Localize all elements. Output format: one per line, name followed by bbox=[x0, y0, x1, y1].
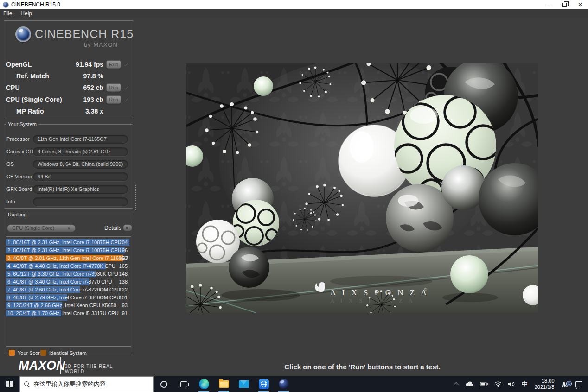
rank-score: 101 bbox=[119, 295, 128, 300]
result-value: 97.8 % bbox=[32, 72, 103, 80]
task-view-button[interactable] bbox=[174, 376, 194, 392]
tray-expand-button[interactable] bbox=[452, 376, 462, 392]
watermark-reflection: A I X S P O N Z A bbox=[330, 297, 415, 304]
maxon-tray-button[interactable]: M 1 bbox=[558, 380, 573, 388]
system-row-cores: Cores x GHz 4 Cores, 8 Threads @ 2.81 GH… bbox=[4, 147, 133, 157]
your-system-legend: Your System bbox=[6, 121, 38, 127]
rank-label: 2. 8C/16T @ 2.31 GHz, Intel Core i7-1087… bbox=[7, 247, 121, 253]
restore-button[interactable] bbox=[556, 0, 572, 9]
result-value: 91.94 fps bbox=[32, 61, 103, 68]
rank-row-3-your-score[interactable]: 3. 4C/8T @ 2.81 GHz, 11th Gen Intel Core… bbox=[6, 255, 129, 261]
window-title: CINEBENCH R15.0 bbox=[11, 1, 60, 8]
edge-icon bbox=[199, 379, 209, 389]
rank-label: 10. 2C/4T @ 1.70 GHz, Intel Core i5-3317… bbox=[7, 310, 119, 316]
volume-icon bbox=[508, 381, 515, 387]
action-center-icon bbox=[575, 381, 582, 387]
search-placeholder: 在这里输入你要搜索的内容 bbox=[33, 380, 106, 388]
cpu-single-checkmark-icon[interactable]: ✔ bbox=[124, 96, 128, 103]
ranking-filter-dropdown[interactable]: CPU (Single Core) ▼ bbox=[7, 224, 76, 232]
rank-label: 1. 8C/16T @ 2.31 GHz, Intel Core i7-1087… bbox=[7, 240, 121, 245]
app-icon bbox=[3, 2, 9, 8]
gfx-board-field: Intel(R) Iris(R) Xe Graphics bbox=[33, 185, 128, 194]
start-button[interactable] bbox=[0, 376, 19, 392]
wifi-tray-button[interactable] bbox=[491, 376, 505, 392]
rank-row-1[interactable]: 1. 8C/16T @ 2.31 GHz, Intel Core i7-1087… bbox=[6, 239, 129, 246]
cinebench-taskbar-button[interactable] bbox=[274, 376, 294, 392]
rank-row-6[interactable]: 6. 4C/8T @ 3.40 GHz, Intel Core i7-3770 … bbox=[6, 278, 129, 285]
menu-help[interactable]: Help bbox=[20, 10, 32, 17]
taskbar: 在这里输入你要搜索的内容 中 bbox=[0, 376, 588, 392]
file-explorer-icon bbox=[219, 380, 229, 388]
volume-tray-button[interactable] bbox=[505, 376, 518, 392]
run-cpu-button[interactable]: Run bbox=[106, 83, 121, 92]
rank-label: 8. 4C/8T @ 2.79 GHz, Intel Core i7-3840Q… bbox=[7, 295, 120, 300]
field-label: OS bbox=[6, 161, 14, 167]
windows-logo-icon bbox=[6, 381, 13, 387]
browser-taskbar-button[interactable] bbox=[254, 376, 274, 392]
rank-score: 91 bbox=[122, 310, 128, 316]
info-field bbox=[33, 197, 128, 206]
restore-icon bbox=[562, 3, 567, 7]
menu-file[interactable]: File bbox=[3, 10, 12, 17]
mail-taskbar-button[interactable] bbox=[234, 376, 254, 392]
cinebench-logo-subtitle: by MAXON bbox=[84, 41, 118, 48]
rank-label: 3. 4C/8T @ 2.81 GHz, 11th Gen Intel Core… bbox=[7, 255, 128, 261]
cortana-button[interactable] bbox=[154, 376, 174, 392]
rank-score: 93 bbox=[122, 303, 128, 308]
details-button[interactable]: ▶ bbox=[123, 224, 132, 231]
render-viewport: A I X S P O N Z A © A I X S P O N Z A bbox=[186, 63, 538, 313]
rank-row-7[interactable]: 7. 4C/8T @ 2.60 GHz, Intel Core i7-3720Q… bbox=[6, 286, 129, 293]
os-field: Windows 8, 64 Bit, China (build 9200) bbox=[33, 160, 128, 169]
rank-row-8[interactable]: 8. 4C/8T @ 2.79 GHz, Intel Core i7-3840Q… bbox=[6, 294, 129, 301]
ime-indicator[interactable]: 中 bbox=[518, 376, 531, 392]
run-opengl-button[interactable]: Run bbox=[106, 60, 121, 69]
cinebench-logo-icon bbox=[15, 26, 31, 42]
ranking-panel: Ranking CPU (Single Core) ▼ Details ▶ 1.… bbox=[4, 212, 133, 354]
cpu-checkmark-icon[interactable]: ✔ bbox=[124, 84, 128, 91]
maxon-logo: MAXON bbox=[19, 358, 65, 373]
result-row-cpu: CPU 652 cb Run ✔ bbox=[4, 84, 134, 93]
onedrive-tray-button[interactable] bbox=[462, 376, 477, 392]
task-view-icon bbox=[180, 381, 187, 387]
result-value: 193 cb bbox=[32, 96, 103, 103]
rank-row-4[interactable]: 4. 4C/8T @ 4.40 GHz, Intel Core i7-4770K… bbox=[6, 263, 129, 269]
mail-icon bbox=[239, 380, 249, 388]
chevron-up-icon bbox=[454, 382, 459, 387]
result-row-mp-ratio: MP Ratio 3.38 x bbox=[4, 107, 134, 117]
action-center-button[interactable] bbox=[572, 376, 588, 392]
details-label: Details bbox=[104, 225, 121, 231]
result-row-opengl: OpenGL 91.94 fps Run ✔ bbox=[4, 61, 134, 70]
result-label: CPU bbox=[6, 84, 20, 91]
run-cpu-single-button[interactable]: Run bbox=[106, 95, 121, 104]
system-row-os: OS Windows 8, 64 Bit, China (build 9200) bbox=[4, 160, 133, 169]
field-label: CB Version bbox=[6, 174, 32, 179]
close-icon: ✕ bbox=[578, 2, 582, 7]
rank-score: 204 bbox=[119, 240, 128, 245]
your-score-swatch bbox=[9, 350, 15, 356]
result-row-cpu-single: CPU (Single Core) 193 cb Run ✔ bbox=[4, 96, 134, 105]
cb-version-field: 64 Bit bbox=[33, 172, 128, 181]
rank-row-9[interactable]: 9. 12C/24T @ 2.66 GHz, Intel Xeon CPU X5… bbox=[6, 302, 129, 309]
render-scene: A I X S P O N Z A © A I X S P O N Z A bbox=[186, 63, 538, 313]
edge-taskbar-button[interactable] bbox=[194, 376, 214, 392]
result-label: OpenGL bbox=[6, 61, 32, 68]
close-button[interactable]: ✕ bbox=[572, 0, 588, 9]
panel-splitter[interactable] bbox=[134, 184, 137, 210]
status-message: Click on one of the 'Run' buttons to sta… bbox=[137, 363, 588, 371]
maxon-tagline: 3D FOR THE REAL WORLD bbox=[65, 364, 133, 374]
ime-label: 中 bbox=[522, 380, 528, 388]
rank-row-2[interactable]: 2. 8C/16T @ 2.31 GHz, Intel Core i7-1087… bbox=[6, 247, 129, 253]
rank-score: 138 bbox=[119, 279, 128, 285]
file-explorer-taskbar-button[interactable] bbox=[214, 376, 234, 392]
rank-score: 196 bbox=[119, 247, 128, 253]
minimize-button[interactable] bbox=[541, 0, 556, 9]
battery-tray-button[interactable] bbox=[477, 376, 491, 392]
cinebench-window: CINEBENCH R15.0 ✕ File Help CINEBENCH R1… bbox=[0, 0, 588, 392]
rank-row-5[interactable]: 5. 6C/12T @ 3.30 GHz, Intel Core i7-3930… bbox=[6, 271, 129, 277]
taskbar-clock[interactable]: 18:00 2021/1/8 bbox=[531, 378, 558, 390]
opengl-checkmark-icon[interactable]: ✔ bbox=[124, 61, 128, 68]
taskbar-search[interactable]: 在这里输入你要搜索的内容 bbox=[19, 376, 154, 392]
rank-row-10[interactable]: 10. 2C/4T @ 1.70 GHz, Intel Core i5-3317… bbox=[6, 310, 129, 316]
rank-label: 4. 4C/8T @ 4.40 GHz, Intel Core i7-4770K… bbox=[7, 263, 115, 269]
rank-label: 9. 12C/24T @ 2.66 GHz, Intel Xeon CPU X5… bbox=[7, 303, 116, 308]
